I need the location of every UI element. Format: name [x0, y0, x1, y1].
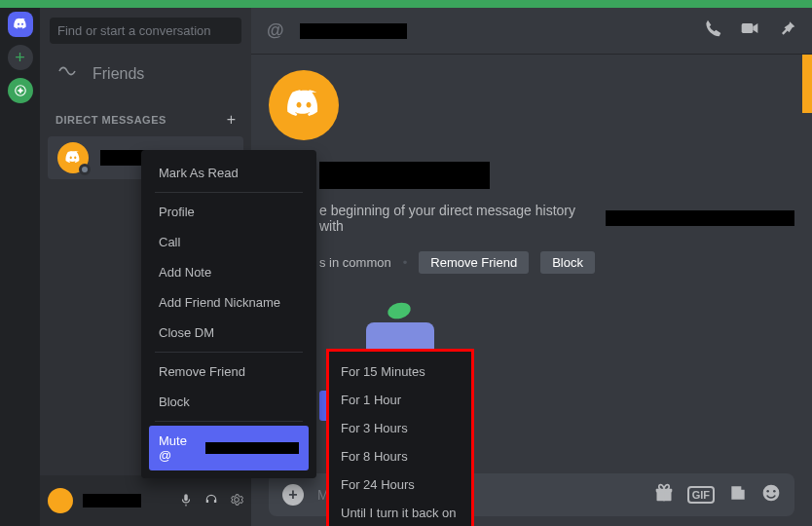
search-input[interactable]: Find or start a conversation	[50, 18, 241, 44]
mute-15min[interactable]: For 15 Minutes	[335, 357, 465, 386]
mute-submenu: For 15 Minutes For 1 Hour For 3 Hours Fo…	[326, 349, 474, 526]
mute-until-on[interactable]: Until I turn it back on	[335, 499, 465, 526]
mute-prefix: Mute @	[159, 433, 202, 463]
video-call-icon[interactable]	[740, 19, 759, 43]
explore-button[interactable]	[8, 78, 33, 103]
emoji-icon[interactable]	[761, 483, 781, 507]
at-icon: @	[267, 20, 284, 41]
redacted-header-name	[300, 23, 407, 39]
ctx-close-dm[interactable]: Close DM	[149, 318, 309, 348]
separator-dot: •	[403, 255, 408, 270]
redacted-name-inline	[606, 210, 794, 226]
remove-friend-button[interactable]: Remove Friend	[419, 251, 529, 274]
user-panel	[40, 475, 251, 526]
voice-call-icon[interactable]	[703, 19, 722, 43]
ctx-add-note[interactable]: Add Note	[149, 257, 309, 287]
gif-icon[interactable]: GIF	[687, 486, 715, 504]
pin-icon[interactable]	[777, 19, 796, 43]
sticker-icon[interactable]	[728, 483, 748, 507]
avatar	[57, 142, 89, 173]
dm-header-label: DIRECT MESSAGES	[55, 114, 166, 126]
svg-rect-1	[742, 23, 754, 33]
create-dm-button[interactable]: +	[227, 111, 236, 129]
redacted-profile-name	[319, 162, 490, 189]
mute-8hours[interactable]: For 8 Hours	[335, 442, 465, 470]
mute-3hours[interactable]: For 3 Hours	[335, 414, 465, 442]
server-column: +	[0, 8, 40, 526]
gift-icon[interactable]	[654, 483, 674, 507]
friends-label: Friends	[92, 65, 144, 83]
menu-divider	[155, 192, 303, 193]
menu-divider	[155, 421, 303, 422]
ctx-remove-friend[interactable]: Remove Friend	[149, 357, 309, 387]
redacted-self-name	[83, 494, 141, 507]
ctx-mute[interactable]: Mute @	[149, 426, 309, 470]
svg-point-5	[766, 490, 769, 493]
svg-point-6	[773, 490, 776, 493]
friends-tab[interactable]: Friends	[40, 54, 251, 94]
menu-divider	[155, 352, 303, 353]
context-menu: Mark As Read Profile Call Add Note Add F…	[141, 150, 316, 478]
settings-icon[interactable]	[230, 493, 243, 509]
attach-icon[interactable]: +	[282, 484, 304, 506]
notification-bar	[0, 0, 812, 8]
servers-common-text: s in common	[319, 255, 391, 270]
ctx-call[interactable]: Call	[149, 227, 309, 257]
profile-avatar	[269, 70, 339, 140]
scrollbar[interactable]	[802, 55, 812, 113]
mute-1hour[interactable]: For 1 Hour	[335, 386, 465, 414]
mute-24hours[interactable]: For 24 Hours	[335, 470, 465, 499]
ctx-block[interactable]: Block	[149, 387, 309, 417]
home-button[interactable]	[8, 12, 33, 37]
status-offline-icon	[79, 164, 91, 175]
redacted-mute-name	[205, 442, 299, 454]
block-button[interactable]: Block	[540, 251, 595, 274]
ctx-profile[interactable]: Profile	[149, 197, 309, 227]
beginning-text: e beginning of your direct message histo…	[319, 203, 600, 234]
channel-header: @	[251, 8, 812, 55]
ctx-add-nickname[interactable]: Add Friend Nickname	[149, 287, 309, 318]
friends-icon	[57, 63, 77, 84]
mute-icon[interactable]	[179, 493, 193, 509]
deafen-icon[interactable]	[204, 493, 218, 509]
self-avatar[interactable]	[48, 488, 73, 513]
ctx-mark-as-read[interactable]: Mark As Read	[149, 158, 309, 188]
add-server-button[interactable]: +	[8, 45, 33, 70]
